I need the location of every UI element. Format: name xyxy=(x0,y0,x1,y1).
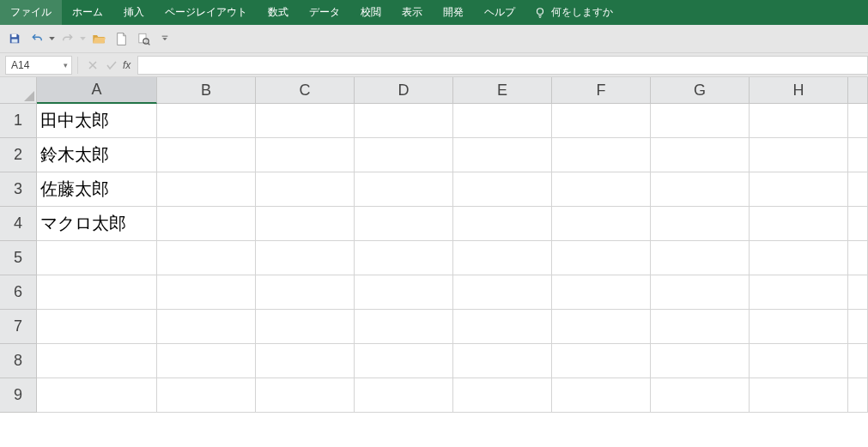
cell-G7[interactable] xyxy=(651,310,750,344)
name-box[interactable]: ▾ xyxy=(5,56,72,75)
ribbon-tab-help[interactable]: ヘルプ xyxy=(474,0,525,25)
ribbon-tab-file[interactable]: ファイル xyxy=(0,0,62,25)
cell-A5[interactable] xyxy=(37,241,157,275)
row-header-2[interactable]: 2 xyxy=(0,138,37,172)
cell-D6[interactable] xyxy=(355,275,453,310)
ribbon-tab-data[interactable]: データ xyxy=(299,0,350,25)
cell-B5[interactable] xyxy=(157,241,256,275)
cell-H2[interactable] xyxy=(750,138,848,172)
column-header-A[interactable]: A xyxy=(37,77,157,104)
cell-partial[interactable] xyxy=(848,138,868,172)
cell-G9[interactable] xyxy=(651,378,750,413)
column-header-partial[interactable] xyxy=(848,77,868,104)
column-header-D[interactable]: D xyxy=(355,77,453,104)
cell-F7[interactable] xyxy=(552,310,651,344)
formula-input[interactable] xyxy=(137,56,868,75)
cell-partial[interactable] xyxy=(848,104,868,138)
cell-partial[interactable] xyxy=(848,275,868,310)
row-header-8[interactable]: 8 xyxy=(0,344,37,378)
cell-A6[interactable] xyxy=(37,275,157,310)
cell-A3[interactable]: 佐藤太郎 xyxy=(37,172,157,207)
save-button[interactable] xyxy=(5,29,24,48)
cell-partial[interactable] xyxy=(848,378,868,413)
cell-C7[interactable] xyxy=(256,310,355,344)
row-header-1[interactable]: 1 xyxy=(0,104,37,138)
namebox-dropdown-icon[interactable]: ▾ xyxy=(64,61,68,69)
column-header-H[interactable]: H xyxy=(750,77,848,104)
row-header-6[interactable]: 6 xyxy=(0,275,37,310)
cell-partial[interactable] xyxy=(848,310,868,344)
cell-partial[interactable] xyxy=(848,241,868,275)
cell-H8[interactable] xyxy=(750,344,848,378)
undo-button[interactable] xyxy=(27,29,46,48)
cell-G8[interactable] xyxy=(651,344,750,378)
cell-A8[interactable] xyxy=(37,344,157,378)
row-header-7[interactable]: 7 xyxy=(0,310,37,344)
cell-B7[interactable] xyxy=(157,310,256,344)
row-header-3[interactable]: 3 xyxy=(0,172,37,207)
cell-E4[interactable] xyxy=(453,207,552,241)
cell-D2[interactable] xyxy=(355,138,453,172)
cell-H1[interactable] xyxy=(750,104,848,138)
cell-A1[interactable]: 田中太郎 xyxy=(37,104,157,138)
ribbon-tab-home[interactable]: ホーム xyxy=(62,0,113,25)
redo-dropdown[interactable] xyxy=(79,29,86,48)
cell-A4[interactable]: マクロ太郎 xyxy=(37,207,157,241)
print-preview-button[interactable] xyxy=(134,29,153,48)
cell-E9[interactable] xyxy=(453,378,552,413)
cell-E7[interactable] xyxy=(453,310,552,344)
enter-formula-button[interactable] xyxy=(102,56,121,75)
cell-C1[interactable] xyxy=(256,104,355,138)
ribbon-tab-formula[interactable]: 数式 xyxy=(258,0,299,25)
column-header-C[interactable]: C xyxy=(256,77,355,104)
select-all-corner[interactable] xyxy=(0,77,37,104)
cell-H3[interactable] xyxy=(750,172,848,207)
cell-partial[interactable] xyxy=(848,172,868,207)
cell-F1[interactable] xyxy=(552,104,651,138)
cell-C5[interactable] xyxy=(256,241,355,275)
cell-D5[interactable] xyxy=(355,241,453,275)
cell-H6[interactable] xyxy=(750,275,848,310)
cell-partial[interactable] xyxy=(848,207,868,241)
cell-D4[interactable] xyxy=(355,207,453,241)
cell-partial[interactable] xyxy=(848,344,868,378)
cell-H9[interactable] xyxy=(750,378,848,413)
cell-A7[interactable] xyxy=(37,310,157,344)
cell-E8[interactable] xyxy=(453,344,552,378)
new-file-button[interactable] xyxy=(112,29,131,48)
cell-C9[interactable] xyxy=(256,378,355,413)
cell-B2[interactable] xyxy=(157,138,256,172)
ribbon-tab-insert[interactable]: 挿入 xyxy=(113,0,155,25)
cell-D9[interactable] xyxy=(355,378,453,413)
cell-G3[interactable] xyxy=(651,172,750,207)
cell-C8[interactable] xyxy=(256,344,355,378)
cell-D3[interactable] xyxy=(355,172,453,207)
cell-G4[interactable] xyxy=(651,207,750,241)
ribbon-tab-developer[interactable]: 開発 xyxy=(433,0,474,25)
cell-B3[interactable] xyxy=(157,172,256,207)
row-header-9[interactable]: 9 xyxy=(0,378,37,413)
tellme-search[interactable]: 何をしますか xyxy=(525,5,622,20)
fx-label[interactable]: fx xyxy=(121,59,134,71)
column-header-F[interactable]: F xyxy=(552,77,651,104)
row-header-4[interactable]: 4 xyxy=(0,207,37,241)
cell-B6[interactable] xyxy=(157,275,256,310)
column-header-E[interactable]: E xyxy=(453,77,552,104)
cell-A2[interactable]: 鈴木太郎 xyxy=(37,138,157,172)
cell-G6[interactable] xyxy=(651,275,750,310)
cell-B9[interactable] xyxy=(157,378,256,413)
cell-F4[interactable] xyxy=(552,207,651,241)
cell-G5[interactable] xyxy=(651,241,750,275)
cell-D7[interactable] xyxy=(355,310,453,344)
cell-E2[interactable] xyxy=(453,138,552,172)
cell-H5[interactable] xyxy=(750,241,848,275)
cell-B1[interactable] xyxy=(157,104,256,138)
undo-dropdown[interactable] xyxy=(48,29,55,48)
cell-E5[interactable] xyxy=(453,241,552,275)
open-button[interactable] xyxy=(89,29,108,48)
cell-G1[interactable] xyxy=(651,104,750,138)
cell-C4[interactable] xyxy=(256,207,355,241)
cell-C2[interactable] xyxy=(256,138,355,172)
cell-G2[interactable] xyxy=(651,138,750,172)
column-header-G[interactable]: G xyxy=(651,77,750,104)
